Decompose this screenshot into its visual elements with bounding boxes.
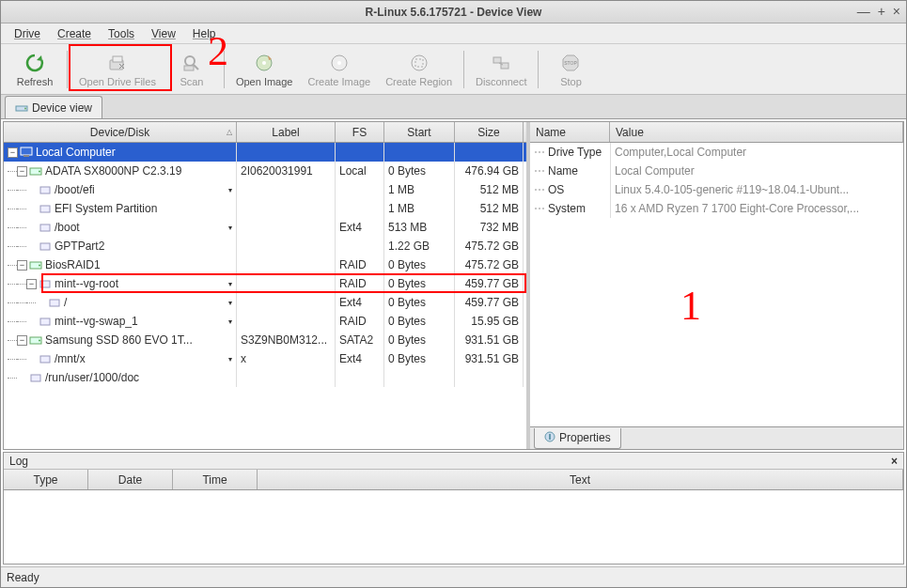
stop-button[interactable]: STOP Stop bbox=[542, 46, 599, 93]
main-content: Device/Disk△ Label FS Start Size −Local … bbox=[3, 121, 904, 450]
toolbar: Refresh Open Drive Files Scan Open Image… bbox=[1, 44, 906, 95]
disconnect-label: Disconnect bbox=[476, 76, 526, 87]
table-row[interactable]: /boot▾Ext4513 MB732 MB bbox=[4, 218, 526, 237]
property-row[interactable]: ⋯OSLinux 5.4.0-105-generic #119~18.04.1-… bbox=[530, 180, 903, 199]
col-label[interactable]: Label bbox=[237, 122, 336, 142]
start-cell: 513 MB bbox=[384, 218, 455, 237]
label-cell: 2I0620031991 bbox=[237, 162, 336, 180]
chevron-down-icon[interactable]: ▾ bbox=[228, 355, 232, 364]
maximize-icon[interactable]: + bbox=[878, 4, 885, 19]
col-start[interactable]: Start bbox=[384, 122, 455, 142]
expander-icon[interactable]: − bbox=[26, 279, 37, 289]
device-name: mint--vg-swap_1 bbox=[55, 315, 138, 328]
svg-rect-22 bbox=[40, 224, 50, 231]
size-cell: 476.94 GB bbox=[455, 162, 524, 180]
size-cell bbox=[455, 368, 524, 387]
label-cell bbox=[237, 218, 336, 237]
expander-icon[interactable]: − bbox=[8, 147, 18, 158]
menu-view[interactable]: View bbox=[144, 25, 183, 42]
chevron-down-icon[interactable]: ▾ bbox=[228, 186, 232, 194]
start-cell bbox=[384, 368, 455, 387]
status-ready: Ready bbox=[7, 571, 39, 584]
col-fs[interactable]: FS bbox=[336, 122, 384, 142]
statusbar: Ready bbox=[1, 566, 906, 587]
tab-properties[interactable]: Properties bbox=[534, 428, 621, 449]
chevron-down-icon[interactable]: ▾ bbox=[228, 317, 232, 326]
col-log-time[interactable]: Time bbox=[173, 470, 258, 489]
minimize-icon[interactable]: — bbox=[857, 4, 870, 19]
table-row[interactable]: −Samsung SSD 860 EVO 1T...S3Z9NB0M312...… bbox=[4, 331, 526, 349]
device-cell: −Samsung SSD 860 EVO 1T... bbox=[4, 331, 237, 349]
col-log-text[interactable]: Text bbox=[258, 470, 903, 489]
disk-green-icon bbox=[29, 165, 42, 177]
log-close-icon[interactable]: × bbox=[891, 455, 898, 468]
table-row[interactable]: −Local Computer bbox=[4, 143, 526, 162]
expander-icon[interactable]: − bbox=[17, 260, 27, 271]
table-row[interactable]: /mnt/x▾xExt40 Bytes931.51 GB bbox=[4, 349, 526, 368]
size-cell bbox=[455, 143, 524, 162]
prop-name: ⋯Drive Type bbox=[530, 143, 610, 162]
col-log-date[interactable]: Date bbox=[88, 470, 173, 489]
menu-create[interactable]: Create bbox=[50, 25, 99, 42]
menu-help[interactable]: Help bbox=[185, 25, 224, 42]
scan-button[interactable]: Scan bbox=[164, 46, 220, 93]
table-row[interactable]: EFI System Partition1 MB512 MB bbox=[4, 199, 526, 218]
device-cell: GPTPart2 bbox=[4, 237, 237, 255]
titlebar: R-Linux 5.6.175721 - Device View — + × bbox=[1, 1, 906, 23]
part-icon bbox=[29, 372, 42, 383]
part-icon bbox=[39, 316, 52, 327]
svg-point-8 bbox=[412, 55, 427, 70]
table-row[interactable]: −mint--vg-root▾RAID0 Bytes459.77 GB bbox=[4, 274, 526, 293]
chevron-down-icon[interactable]: ▾ bbox=[228, 280, 232, 288]
open-image-button[interactable]: Open Image bbox=[228, 46, 301, 93]
properties-tab-row: Properties bbox=[530, 426, 903, 449]
col-size[interactable]: Size bbox=[455, 122, 524, 142]
table-row[interactable]: mint--vg-swap_1▾RAID0 Bytes15.95 GB bbox=[4, 312, 526, 331]
col-device[interactable]: Device/Disk△ bbox=[4, 122, 237, 142]
expander-icon[interactable]: − bbox=[17, 166, 27, 177]
expander-icon[interactable]: − bbox=[17, 335, 27, 346]
device-tree-body[interactable]: −Local Computer−ADATA SX8000NP C2.3.192I… bbox=[4, 143, 526, 449]
col-log-type[interactable]: Type bbox=[4, 470, 88, 489]
table-row[interactable]: −ADATA SX8000NP C2.3.192I0620031991Local… bbox=[4, 162, 526, 180]
close-icon[interactable]: × bbox=[893, 4, 900, 19]
table-row[interactable]: /▾Ext40 Bytes459.77 GB bbox=[4, 293, 526, 312]
tab-device-view[interactable]: Device view bbox=[5, 96, 102, 118]
svg-point-19 bbox=[39, 171, 40, 173]
open-drive-files-button[interactable]: Open Drive Files bbox=[71, 46, 164, 93]
property-row[interactable]: ⋯NameLocal Computer bbox=[530, 162, 903, 180]
menubar: Drive Create Tools View Help bbox=[1, 23, 906, 44]
chevron-down-icon[interactable]: ▾ bbox=[228, 224, 232, 232]
disconnect-button[interactable]: Disconnect bbox=[468, 46, 534, 93]
device-cell: /▾ bbox=[4, 293, 237, 312]
menu-drive[interactable]: Drive bbox=[7, 25, 48, 42]
property-row[interactable]: ⋯Drive TypeComputer,Local Computer bbox=[530, 143, 903, 162]
table-row[interactable]: /run/user/1000/doc bbox=[4, 368, 526, 387]
chevron-down-icon[interactable]: ▾ bbox=[228, 299, 232, 307]
table-row[interactable]: −BiosRAID1RAID0 Bytes475.72 GB bbox=[4, 255, 526, 274]
fs-cell bbox=[336, 199, 384, 218]
create-region-button[interactable]: Create Region bbox=[378, 46, 460, 93]
prop-name: ⋯OS bbox=[530, 180, 610, 199]
device-name: GPTPart2 bbox=[55, 240, 104, 253]
table-row[interactable]: GPTPart21.22 GB475.72 GB bbox=[4, 237, 526, 255]
computer-icon bbox=[20, 147, 33, 158]
col-prop-value[interactable]: Value bbox=[610, 122, 903, 142]
svg-point-2 bbox=[185, 56, 195, 66]
svg-point-15 bbox=[24, 108, 26, 110]
refresh-button[interactable]: Refresh bbox=[7, 46, 63, 93]
device-tree-header: Device/Disk△ Label FS Start Size bbox=[4, 122, 526, 143]
fs-cell bbox=[336, 143, 384, 162]
col-prop-name[interactable]: Name bbox=[530, 122, 610, 142]
svg-point-30 bbox=[39, 340, 40, 342]
property-row[interactable]: ⋯System16 x AMD Ryzen 7 1700 Eight-Core … bbox=[530, 199, 903, 218]
create-image-button[interactable]: Create Image bbox=[300, 46, 378, 93]
device-name: / bbox=[64, 296, 67, 309]
svg-rect-3 bbox=[184, 66, 194, 70]
prop-value: 16 x AMD Ryzen 7 1700 Eight-Core Process… bbox=[610, 199, 903, 218]
device-cell: −BiosRAID1 bbox=[4, 255, 237, 274]
menu-tools[interactable]: Tools bbox=[101, 25, 142, 42]
table-row[interactable]: /boot/efi▾1 MB512 MB bbox=[4, 180, 526, 199]
size-cell: 459.77 GB bbox=[455, 293, 524, 312]
fs-cell: Local bbox=[336, 162, 384, 180]
